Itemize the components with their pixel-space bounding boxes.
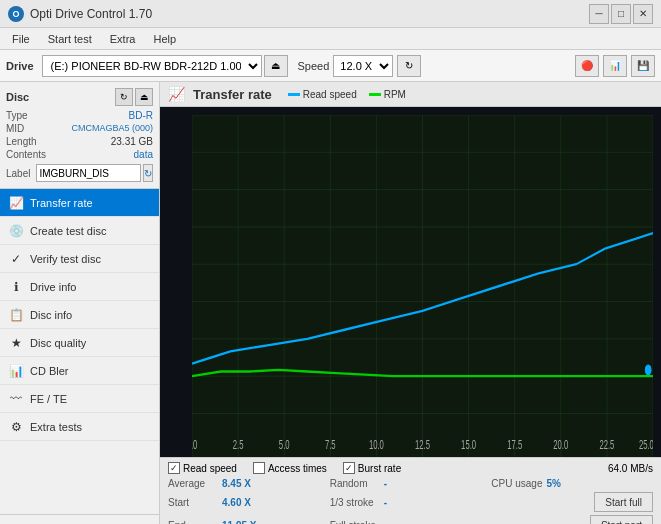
svg-text:7.5: 7.5 — [325, 438, 336, 451]
status-window-button[interactable]: Status window > > — [0, 514, 159, 524]
nav-label-drive-info: Drive info — [30, 281, 76, 293]
nav-label-transfer-rate: Transfer rate — [30, 197, 93, 209]
app-title: Opti Drive Control 1.70 — [30, 7, 152, 21]
menu-start-test[interactable]: Start test — [40, 31, 100, 47]
nav-label-disc-info: Disc info — [30, 309, 72, 321]
drive-label: Drive — [6, 60, 34, 72]
close-button[interactable]: ✕ — [633, 4, 653, 24]
length-value: 23.31 GB — [111, 136, 153, 147]
svg-text:15.0: 15.0 — [461, 438, 476, 451]
menu-extra[interactable]: Extra — [102, 31, 144, 47]
label-label: Label — [6, 168, 30, 179]
fe-te-icon: 〰 — [8, 391, 24, 407]
svg-text:0.0: 0.0 — [192, 438, 198, 451]
stroke-1-3-value: - — [384, 497, 387, 508]
access-times-checkbox-label: Access times — [268, 463, 327, 474]
refresh-speed-button[interactable]: ↻ — [397, 55, 421, 77]
burst-rate-value: 64.0 MB/s — [608, 463, 653, 474]
stat-cpu: CPU usage 5% — [491, 478, 653, 489]
cpu-label: CPU usage — [491, 478, 542, 489]
start-part-button[interactable]: Start part — [590, 515, 653, 524]
drive-select-group: (E:) PIONEER BD-RW BDR-212D 1.00 ⏏ — [42, 55, 288, 77]
full-stroke-value: - — [384, 520, 387, 525]
nav-item-extra-tests[interactable]: ⚙ Extra tests — [0, 413, 159, 441]
start-full-button[interactable]: Start full — [594, 492, 653, 512]
cd-bler-icon: 📊 — [8, 363, 24, 379]
chart-header: 📈 Transfer rate Read speed RPM — [160, 82, 661, 107]
access-times-checkbox-box — [253, 462, 265, 474]
stat-start-part-group: Start part — [491, 515, 653, 524]
nav-item-fe-te[interactable]: 〰 FE / TE — [0, 385, 159, 413]
drive-toolbar: Drive (E:) PIONEER BD-RW BDR-212D 1.00 ⏏… — [0, 50, 661, 82]
stat-1-3-stroke: 1/3 stroke - — [330, 492, 492, 512]
nav-item-cd-bler[interactable]: 📊 CD Bler — [0, 357, 159, 385]
checkbox-read-speed[interactable]: ✓ Read speed — [168, 462, 237, 474]
stats-row-average: Average 8.45 X Random - CPU usage 5% — [168, 478, 653, 489]
length-label: Length — [6, 136, 37, 147]
window-controls: ─ □ ✕ — [589, 4, 653, 24]
mid-value: CMCMAGBA5 (000) — [71, 123, 153, 134]
transfer-rate-icon: 📈 — [8, 195, 24, 211]
disc-eject-icon[interactable]: ⏏ — [135, 88, 153, 106]
menu-file[interactable]: File — [4, 31, 38, 47]
stat-full-stroke: Full stroke - — [330, 515, 492, 524]
full-stroke-label: Full stroke — [330, 520, 380, 525]
menu-help[interactable]: Help — [145, 31, 184, 47]
legend-read-speed-color — [288, 93, 300, 96]
drive-select[interactable]: (E:) PIONEER BD-RW BDR-212D 1.00 — [42, 55, 262, 77]
random-value: - — [384, 478, 387, 489]
legend-read-speed: Read speed — [288, 89, 357, 100]
nav-item-transfer-rate[interactable]: 📈 Transfer rate — [0, 189, 159, 217]
speed-select[interactable]: 12.0 X ↓ — [333, 55, 393, 77]
stat-random: Random - — [330, 478, 492, 489]
stat-start: Start 4.60 X — [168, 492, 330, 512]
nav-item-drive-info[interactable]: ℹ Drive info — [0, 273, 159, 301]
nav-item-verify-test-disc[interactable]: ✓ Verify test disc — [0, 245, 159, 273]
type-label: Type — [6, 110, 28, 121]
stat-end: End 11.95 X — [168, 515, 330, 524]
nav-label-disc-quality: Disc quality — [30, 337, 86, 349]
svg-text:2.5: 2.5 — [233, 438, 244, 451]
stats-row-end: End 11.95 X Full stroke - Start part — [168, 515, 653, 524]
stat-start-full-group: Start full — [491, 492, 653, 512]
checkbox-access-times[interactable]: Access times — [253, 462, 327, 474]
chart-icon: 📈 — [168, 86, 185, 102]
nav-item-create-test-disc[interactable]: 💿 Create test disc — [0, 217, 159, 245]
drive-info-icon: ℹ — [8, 279, 24, 295]
nav-label-verify-test-disc: Verify test disc — [30, 253, 101, 265]
end-label: End — [168, 520, 218, 525]
maximize-button[interactable]: □ — [611, 4, 631, 24]
label-refresh-button[interactable]: ↻ — [143, 164, 153, 182]
disc-section-title: Disc — [6, 91, 29, 103]
stroke-1-3-label: 1/3 stroke — [330, 497, 380, 508]
nav-item-disc-quality[interactable]: ★ Disc quality — [0, 329, 159, 357]
chart-container: 18 X 16 X 14 X 12 X 10 X 8 X 6 X 4 X 2 X… — [160, 107, 661, 457]
chart-title: Transfer rate — [193, 87, 272, 102]
read-speed-checkbox-label: Read speed — [183, 463, 237, 474]
app-icon: O — [8, 6, 24, 22]
disc-info-icon: 📋 — [8, 307, 24, 323]
nav-item-disc-info[interactable]: 📋 Disc info — [0, 301, 159, 329]
sidebar: Disc ↻ ⏏ Type BD-R MID CMCMAGBA5 (000) L… — [0, 82, 160, 524]
nav-items: 📈 Transfer rate 💿 Create test disc ✓ Ver… — [0, 189, 159, 514]
svg-text:5.0: 5.0 — [279, 438, 290, 451]
toolbar-btn-2[interactable]: 📊 — [603, 55, 627, 77]
menu-bar: File Start test Extra Help — [0, 28, 661, 50]
svg-text:12.5: 12.5 — [415, 438, 430, 451]
main-layout: Disc ↻ ⏏ Type BD-R MID CMCMAGBA5 (000) L… — [0, 82, 661, 524]
eject-button[interactable]: ⏏ — [264, 55, 288, 77]
average-value: 8.45 X — [222, 478, 251, 489]
type-value: BD-R — [129, 110, 153, 121]
disc-refresh-icon[interactable]: ↻ — [115, 88, 133, 106]
chart-bottom: ✓ Read speed Access times ✓ Burst rate 6… — [160, 457, 661, 524]
checkbox-burst-rate[interactable]: ✓ Burst rate — [343, 462, 401, 474]
label-input[interactable] — [36, 164, 141, 182]
save-button[interactable]: 💾 — [631, 55, 655, 77]
stat-average: Average 8.45 X — [168, 478, 330, 489]
contents-label: Contents — [6, 149, 46, 160]
stats-row-start: Start 4.60 X 1/3 stroke - Start full — [168, 492, 653, 512]
mid-label: MID — [6, 123, 24, 134]
minimize-button[interactable]: ─ — [589, 4, 609, 24]
toolbar-btn-1[interactable]: 🔴 — [575, 55, 599, 77]
speed-label: Speed — [298, 60, 330, 72]
